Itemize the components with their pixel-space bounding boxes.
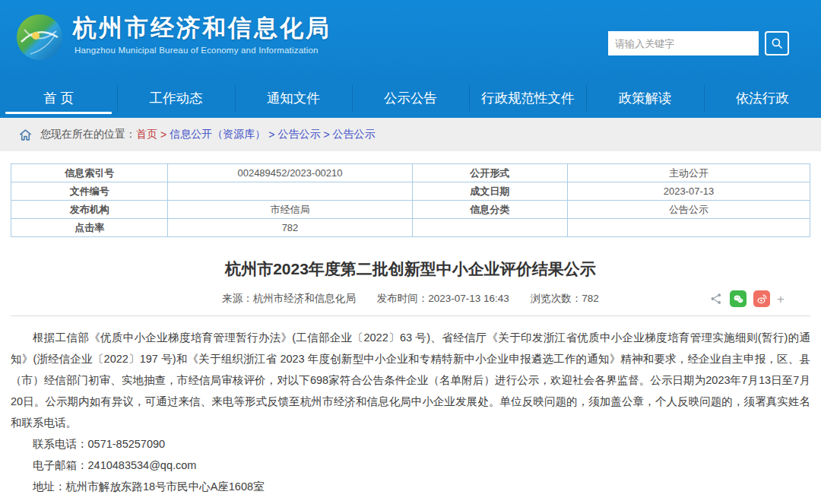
- info-value-disclosure-form: 主动公开: [567, 164, 810, 182]
- info-label: 发布机构: [11, 201, 168, 219]
- info-label: 信息分类: [412, 201, 567, 219]
- search-box: [608, 31, 789, 55]
- info-value-date: 2023-07-13: [567, 182, 810, 201]
- site-header: 杭州市经济和信息化局 Hangzhou Municipal Bureau of …: [0, 0, 821, 78]
- breadcrumb-separator: >: [268, 128, 274, 141]
- info-value-issuer: 市经信局: [168, 201, 412, 219]
- breadcrumb-link-current[interactable]: 公告公示: [333, 128, 376, 141]
- breadcrumb-separator: >: [323, 128, 329, 141]
- nav-item-announcements[interactable]: 公示公告: [352, 78, 469, 118]
- article-title: 杭州市2023年度第二批创新型中小企业评价结果公示: [11, 258, 810, 280]
- info-label: 信息索引号: [11, 164, 168, 182]
- search-icon: [770, 36, 784, 50]
- nav-item-policy-interpretation[interactable]: 政策解读: [586, 78, 703, 118]
- article-paragraph: 根据工信部《优质中小企业梯度培育管理暂行办法》(工信部企业〔2022〕63 号)…: [11, 327, 810, 433]
- table-row: 文件编号 成文日期 2023-07-13: [11, 182, 810, 201]
- breadcrumb: 您现在所在的位置： 首页> 信息公开（资源库）> 公告公示> 公告公示: [0, 118, 821, 151]
- home-icon: [18, 128, 33, 142]
- share-more-plus-icon[interactable]: +: [777, 293, 785, 306]
- main-content: 信息索引号 002489452/2023-00210 公开形式 主动公开 文件编…: [0, 163, 821, 504]
- table-row: 发布机构 市经信局 信息分类 公告公示: [11, 201, 810, 219]
- table-row: 信息索引号 002489452/2023-00210 公开形式 主动公开: [11, 164, 810, 182]
- share-nodes-icon[interactable]: [709, 292, 723, 306]
- contact-address: 地址：杭州市解放东路18号市民中心A座1608室: [33, 476, 810, 497]
- info-value-click-count: 782: [168, 219, 412, 237]
- article-meta-bar: 来源：杭州市经济和信息化局 发布时间：2023-07-13 16:43 浏览次数…: [11, 292, 810, 316]
- info-label: 成文日期: [412, 182, 567, 201]
- info-label: [412, 219, 567, 237]
- article-publish-time: 发布时间：2023-07-13 16:43: [377, 292, 509, 306]
- wechat-share-icon[interactable]: [730, 290, 747, 307]
- globe-logo-icon: [15, 13, 64, 62]
- info-label: 公开形式: [412, 164, 567, 182]
- weibo-share-icon[interactable]: [753, 290, 770, 307]
- breadcrumb-separator: >: [160, 128, 166, 141]
- search-input[interactable]: [608, 31, 759, 55]
- share-toolbar: +: [709, 290, 785, 307]
- site-title: 杭州市经济和信息化局: [73, 12, 331, 44]
- breadcrumb-link-info-disclosure[interactable]: 信息公开（资源库）: [170, 128, 265, 141]
- breadcrumb-link-announcements[interactable]: 公告公示: [277, 128, 320, 141]
- search-button[interactable]: [765, 31, 789, 55]
- nav-item-work-news[interactable]: 工作动态: [117, 78, 234, 118]
- info-label: 文件编号: [11, 182, 168, 201]
- nav-item-notices[interactable]: 通知文件: [235, 78, 352, 118]
- info-value-empty: [567, 219, 810, 237]
- document-info-table: 信息索引号 002489452/2023-00210 公开形式 主动公开 文件编…: [11, 163, 810, 237]
- nav-item-home[interactable]: 首 页: [0, 78, 117, 118]
- nav-item-regulatory-docs[interactable]: 行政规范性文件: [469, 78, 586, 118]
- main-nav: 首 页 工作动态 通知文件 公示公告 行政规范性文件 政策解读 依法行政: [0, 78, 821, 118]
- info-value-doc-number: [168, 182, 412, 201]
- contact-phone: 联系电话：0571-85257090: [33, 433, 810, 455]
- contact-email: 电子邮箱：2410483534@qq.com: [33, 455, 810, 476]
- breadcrumb-link-home[interactable]: 首页: [136, 128, 157, 141]
- site-subtitle: Hangzhou Municipal Bureau of Economy and…: [74, 46, 319, 55]
- info-label: 点击率: [11, 219, 168, 237]
- info-value-category: 公告公示: [567, 201, 810, 219]
- table-row: 点击率 782: [11, 219, 810, 237]
- info-value-index-number: 002489452/2023-00210: [168, 164, 412, 182]
- nav-item-law-based-admin[interactable]: 依法行政: [704, 78, 821, 118]
- article-body: 根据工信部《优质中小企业梯度培育管理暂行办法》(工信部企业〔2022〕63 号)…: [11, 327, 810, 497]
- breadcrumb-prefix: 您现在所在的位置：: [40, 128, 136, 141]
- article-source: 来源：杭州市经济和信息化局: [222, 292, 356, 306]
- article-view-count: 浏览次数：782: [531, 292, 599, 306]
